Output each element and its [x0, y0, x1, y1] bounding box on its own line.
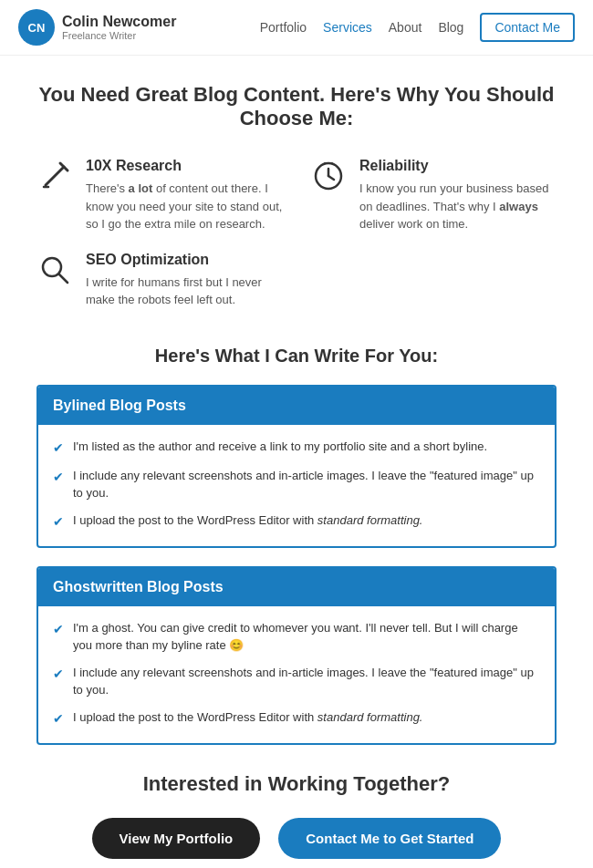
card-ghostwritten-item-1: ✔ I'm a ghost. You can give credit to wh…: [53, 619, 540, 655]
card-bylined-body: ✔ I'm listed as the author and receive a…: [38, 425, 555, 546]
pencil-icon: [36, 160, 73, 200]
cta-buttons: View My Portfolio Contact Me to Get Star…: [36, 818, 557, 859]
section2-title: Here's What I Can Write For You:: [36, 346, 557, 367]
nav-services[interactable]: Services: [323, 20, 372, 35]
contact-started-button[interactable]: Contact Me to Get Started: [278, 818, 501, 859]
svg-point-7: [43, 258, 61, 276]
logo-name: Colin Newcomer: [62, 14, 176, 30]
feature-research-desc: There's a lot of content out there. I kn…: [86, 180, 283, 233]
card-ghostwritten-header: Ghostwritten Blog Posts: [38, 568, 555, 606]
features-grid: 10X Research There's a lot of content ou…: [36, 158, 557, 309]
nav-portfolio[interactable]: Portfolio: [260, 20, 307, 35]
nav-blog[interactable]: Blog: [438, 20, 463, 35]
search-icon: [36, 253, 73, 294]
site-header: CN Colin Newcomer Freelance Writer Portf…: [0, 0, 593, 56]
feature-research: 10X Research There's a lot of content ou…: [36, 158, 283, 233]
card-ghostwritten: Ghostwritten Blog Posts ✔ I'm a ghost. Y…: [36, 566, 557, 745]
nav-contact-button[interactable]: Contact Me: [480, 13, 575, 42]
check-icon-5: ✔: [53, 665, 66, 684]
check-icon-3: ✔: [53, 512, 66, 532]
card-ghostwritten-item-2: ✔ I include any relevant screenshots and…: [53, 664, 540, 699]
feature-reliability-title: Reliability: [359, 158, 557, 174]
feature-seo-desc: I write for humans first but I never mak…: [86, 274, 283, 309]
svg-line-8: [59, 274, 68, 283]
feature-research-title: 10X Research: [86, 158, 283, 174]
svg-line-0: [46, 167, 64, 185]
feature-reliability-desc: I know you run your business based on de…: [359, 180, 557, 233]
card-bylined-item-1: ✔ I'm listed as the author and receive a…: [53, 438, 540, 458]
check-icon-4: ✔: [53, 620, 66, 639]
card-ghostwritten-item-3: ✔ I upload the post to the WordPress Edi…: [53, 708, 540, 728]
feature-seo-title: SEO Optimization: [86, 252, 283, 268]
card-bylined-item-2: ✔ I include any relevant screenshots and…: [53, 467, 540, 502]
card-bylined-item-3: ✔ I upload the post to the WordPress Edi…: [53, 512, 540, 532]
svg-line-5: [328, 176, 334, 180]
cta-title: Interested in Working Together?: [36, 772, 557, 796]
feature-research-text: 10X Research There's a lot of content ou…: [86, 158, 283, 233]
feature-reliability-text: Reliability I know you run your business…: [359, 158, 557, 233]
feature-seo: SEO Optimization I write for humans firs…: [36, 252, 283, 309]
logo-subtitle: Freelance Writer: [62, 30, 176, 41]
logo-area: CN Colin Newcomer Freelance Writer: [18, 9, 176, 46]
view-portfolio-button[interactable]: View My Portfolio: [92, 818, 261, 859]
card-bylined-header: Bylined Blog Posts: [38, 387, 555, 425]
card-bylined: Bylined Blog Posts ✔ I'm listed as the a…: [36, 385, 557, 548]
clock-icon: [310, 160, 347, 200]
main-content: You Need Great Blog Content. Here's Why …: [0, 56, 593, 868]
check-icon-1: ✔: [53, 439, 66, 458]
hero-title: You Need Great Blog Content. Here's Why …: [36, 83, 557, 130]
logo-text: Colin Newcomer Freelance Writer: [62, 14, 176, 41]
check-icon-6: ✔: [53, 709, 66, 728]
feature-seo-text: SEO Optimization I write for humans firs…: [86, 252, 283, 309]
logo-icon: CN: [18, 9, 55, 46]
main-nav: Portfolio Services About Blog Contact Me: [260, 13, 575, 42]
feature-reliability: Reliability I know you run your business…: [310, 158, 557, 233]
nav-about[interactable]: About: [389, 20, 422, 35]
card-ghostwritten-body: ✔ I'm a ghost. You can give credit to wh…: [38, 606, 555, 743]
check-icon-2: ✔: [53, 468, 66, 487]
cta-section: Interested in Working Together? View My …: [36, 772, 557, 859]
